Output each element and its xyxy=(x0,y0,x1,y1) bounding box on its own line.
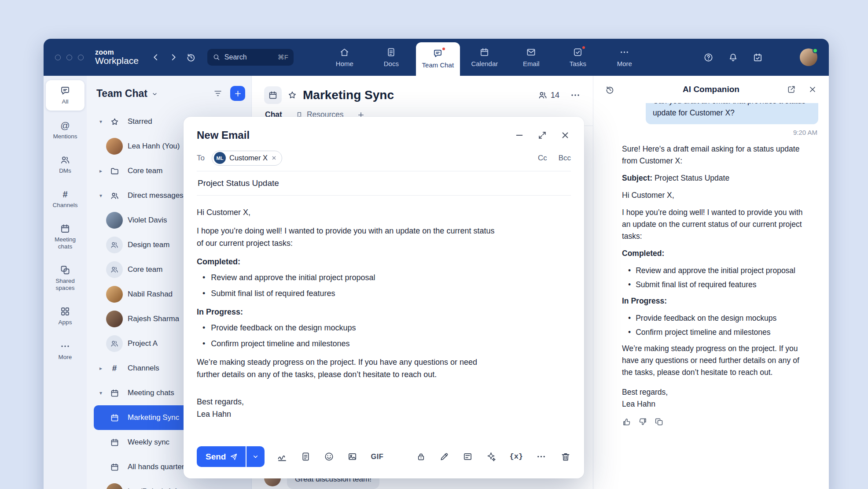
rail-item-apps[interactable]: Apps xyxy=(46,301,85,331)
ai-sparkle-icon xyxy=(605,144,616,426)
rail-item-meeting-chats[interactable]: Meeting chats xyxy=(46,218,85,255)
chevron-right-icon[interactable] xyxy=(96,365,105,371)
nav-tab-more[interactable]: More xyxy=(603,47,647,67)
online-status-dot xyxy=(813,48,818,53)
nav-tab-home[interactable]: Home xyxy=(323,47,367,67)
ai-history-icon[interactable] xyxy=(603,83,616,96)
subject-field[interactable]: Project Status Update xyxy=(197,171,571,196)
chevron-down-icon[interactable] xyxy=(96,390,105,396)
ai-signoff: Best regards, Lea Hahn xyxy=(622,386,809,410)
variables-icon[interactable]: {x} xyxy=(509,452,523,461)
search-input[interactable]: Search ⌘F xyxy=(207,49,294,66)
ai-paragraph: I hope you’re doing well! I wanted to pr… xyxy=(622,207,809,242)
to-field[interactable]: To ML Customer X Cc Bcc xyxy=(197,150,571,171)
email-body-editor[interactable]: Hi Customer X, I hope you’re doing well!… xyxy=(197,196,500,439)
email-icon xyxy=(526,47,536,57)
group-avatar-icon xyxy=(106,261,123,278)
ai-subject-line: Subject: Project Status Update xyxy=(622,172,809,184)
minimize-window-button[interactable] xyxy=(66,55,72,60)
at-mention-icon xyxy=(60,120,70,131)
desktop-background: zoom Workplace Search ⌘F Home xyxy=(0,0,868,489)
history-nav xyxy=(149,51,198,64)
minimize-icon[interactable] xyxy=(514,130,525,141)
ai-response-text: Sure! Here’s a draft email asking for a … xyxy=(622,143,809,426)
insert-image-icon[interactable] xyxy=(347,452,357,462)
back-icon[interactable] xyxy=(149,51,162,64)
top-right-actions xyxy=(701,48,817,66)
notifications-bell-icon[interactable] xyxy=(726,50,740,64)
home-icon xyxy=(339,47,349,57)
template-icon[interactable] xyxy=(463,452,473,462)
thumbs-down-icon[interactable] xyxy=(638,417,647,426)
nav-tab-calendar[interactable]: Calendar xyxy=(463,47,507,67)
thumbs-up-icon[interactable] xyxy=(622,417,631,426)
nav-tab-email[interactable]: Email xyxy=(509,47,553,67)
ai-companion-sparkle-icon[interactable] xyxy=(775,50,789,64)
expand-icon[interactable] xyxy=(537,130,548,141)
bcc-button[interactable]: Bcc xyxy=(559,154,571,163)
signature-icon[interactable] xyxy=(277,452,287,462)
group-avatar-icon xyxy=(106,335,123,352)
copy-icon[interactable] xyxy=(655,417,664,426)
chevron-down-icon xyxy=(151,91,158,97)
emoji-icon[interactable] xyxy=(324,452,334,462)
close-window-button[interactable] xyxy=(55,55,61,60)
body-bullet: Review and approve the initial project p… xyxy=(197,271,500,284)
rail-item-channels[interactable]: Channels xyxy=(46,184,85,214)
sidebar-chat-lea-rajesh[interactable]: Lea/Rajesh 1:1 xyxy=(94,479,245,489)
send-options-dropdown[interactable] xyxy=(246,446,265,467)
ai-compose-icon[interactable] xyxy=(486,452,496,462)
recent-history-icon[interactable] xyxy=(184,51,198,64)
user-prompt-bubble: Can you draft an email that provides a s… xyxy=(646,103,818,124)
search-shortcut: ⌘F xyxy=(278,53,288,61)
encryption-lock-icon[interactable] xyxy=(416,452,426,462)
rail-item-shared-spaces[interactable]: Shared spaces xyxy=(46,259,85,296)
gif-icon[interactable]: GIF xyxy=(371,452,383,461)
nav-tab-team-chat[interactable]: Team Chat xyxy=(416,42,460,76)
calendar-check-icon[interactable] xyxy=(750,50,765,64)
close-icon[interactable] xyxy=(559,130,571,141)
forward-icon[interactable] xyxy=(167,51,180,64)
more-options-icon[interactable] xyxy=(536,452,546,462)
folder-icon xyxy=(106,163,123,179)
chevron-down-icon[interactable] xyxy=(96,119,105,125)
rail-item-mentions[interactable]: Mentions xyxy=(46,115,85,145)
team-chat-dropdown[interactable]: Team Chat xyxy=(96,88,158,100)
favorite-star-icon[interactable] xyxy=(287,90,297,100)
close-icon[interactable] xyxy=(806,83,819,96)
nav-tab-docs[interactable]: Docs xyxy=(369,47,413,67)
user-avatar[interactable] xyxy=(800,48,817,66)
member-count[interactable]: 14 xyxy=(538,90,559,100)
sidebar-header: Team Chat xyxy=(94,84,245,103)
chevron-down-icon[interactable] xyxy=(96,193,105,199)
help-icon[interactable] xyxy=(701,50,715,64)
ai-intro: Sure! Here’s a draft email asking for a … xyxy=(622,143,809,167)
search-icon xyxy=(213,53,221,61)
ai-panel-header: AI Companion xyxy=(593,76,829,103)
ai-feedback-row xyxy=(622,417,809,426)
recipient-chip[interactable]: ML Customer X xyxy=(212,151,282,166)
ai-conversation: Can you draft an email that provides a s… xyxy=(593,103,829,489)
rail-item-more[interactable]: More xyxy=(46,336,85,366)
edit-pencil-icon[interactable] xyxy=(439,452,449,462)
attach-file-icon[interactable] xyxy=(301,452,311,462)
new-chat-button[interactable] xyxy=(230,86,245,101)
channel-more-icon[interactable] xyxy=(570,90,581,100)
discard-draft-icon[interactable] xyxy=(560,452,571,462)
pop-out-icon[interactable] xyxy=(785,83,798,96)
send-button[interactable]: Send xyxy=(197,446,246,467)
calendar-icon xyxy=(479,47,489,57)
nav-tab-tasks[interactable]: Tasks xyxy=(556,47,600,67)
filter-icon[interactable] xyxy=(211,86,225,100)
channel-title: Marketing Sync xyxy=(303,88,394,102)
cc-button[interactable]: Cc xyxy=(538,154,547,163)
rail-item-all[interactable]: All xyxy=(46,80,85,111)
apps-icon xyxy=(60,306,70,317)
remove-recipient-icon[interactable] xyxy=(271,155,277,161)
chevron-right-icon[interactable] xyxy=(96,168,105,174)
rail-item-dms[interactable]: DMs xyxy=(46,149,85,180)
channel-header: Marketing Sync 14 xyxy=(252,76,593,107)
new-email-modal: New Email To ML Customer X Cc Bcc Projec… xyxy=(184,117,584,478)
body-signoff: Best regards, Lea Hahn xyxy=(197,396,500,420)
fullscreen-window-button[interactable] xyxy=(78,55,84,60)
